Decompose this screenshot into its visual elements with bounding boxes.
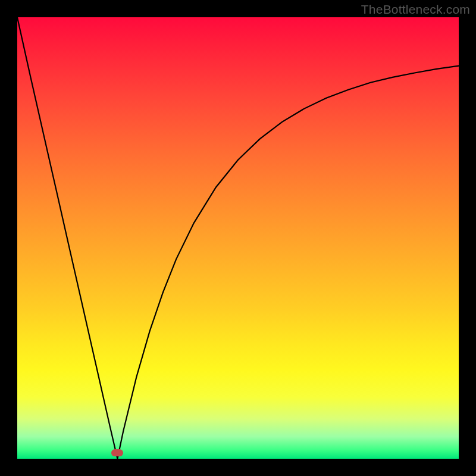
chart-frame: TheBottleneck.com	[0, 0, 476, 476]
watermark-text: TheBottleneck.com	[361, 2, 470, 17]
plot-area	[17, 17, 459, 459]
bottleneck-curve	[17, 17, 459, 459]
curve-path	[17, 17, 459, 459]
min-marker-dot	[111, 449, 123, 456]
